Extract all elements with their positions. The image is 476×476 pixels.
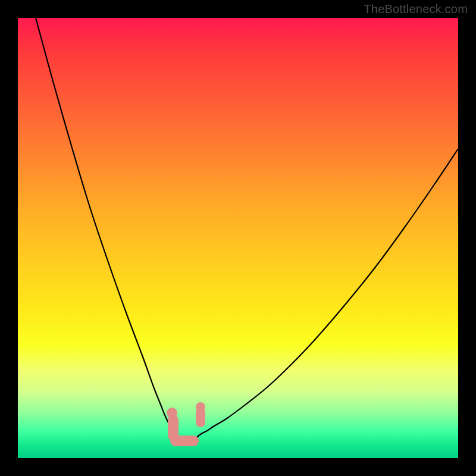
curve-left-branch [36, 18, 176, 434]
marker-right-bar [196, 408, 205, 427]
bottleneck-curve [18, 18, 458, 458]
curve-right-branch [196, 149, 458, 438]
marker-bottom-bar [170, 436, 199, 446]
watermark-text: TheBottleneck.com [364, 2, 468, 16]
chart-plot-area [18, 18, 458, 458]
